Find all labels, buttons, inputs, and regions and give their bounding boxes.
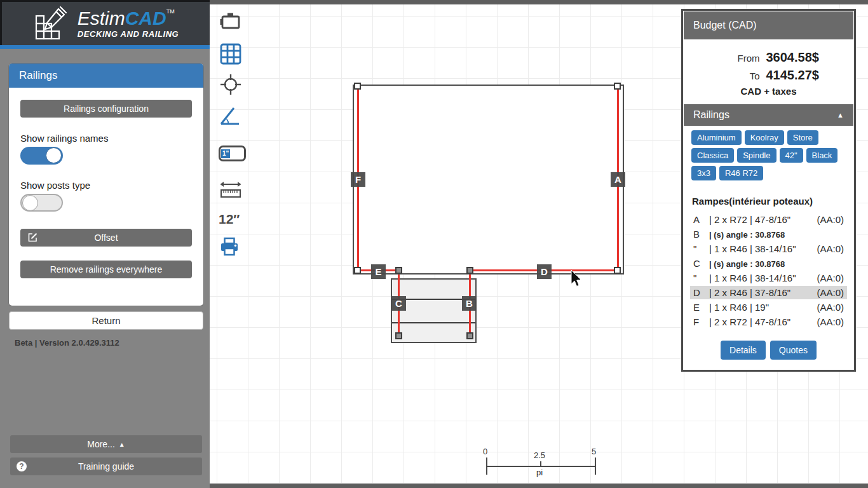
railings-panel: Railings Railings configuration Show rai… (9, 64, 203, 306)
toggle-knob (22, 195, 38, 211)
show-railings-names-toggle[interactable] (20, 147, 63, 165)
corner-post[interactable] (614, 267, 621, 274)
scale-bar-tick (486, 458, 487, 475)
bottom-scrollbar[interactable] (210, 484, 868, 488)
railing-label-E[interactable]: E (371, 264, 386, 279)
railing-row[interactable]: B | (s) angle : 30.8768 (690, 227, 847, 241)
more-button[interactable]: More... ▲ (10, 435, 202, 453)
edit-pencil-icon (27, 232, 38, 245)
corner-post[interactable] (354, 83, 361, 90)
from-value: 3604.58$ (766, 50, 836, 65)
budget-panel: Budget (CAD) From 3604.58$ To 4145.27$ C… (681, 9, 856, 372)
railing-row-spec: | 2 x R72 | 47-8/16" (709, 316, 817, 327)
collapse-arrow-icon: ▲ (837, 111, 844, 119)
railing-label-B[interactable]: B (462, 296, 477, 311)
railing-row-letter: E (693, 302, 709, 313)
show-railings-names-label: Show railings names (20, 133, 192, 144)
version-label: Beta | Version 2.0.429.3112 (15, 338, 201, 348)
railing-label-F[interactable]: F (351, 172, 365, 187)
railings-panel-title: Railings (9, 64, 203, 88)
railing-row-spec: | 2 x R72 | 47-8/16" (709, 214, 817, 225)
railing-list: A | 2 x R72 | 47-8/16" (AA:0) B | (s) an… (684, 213, 853, 329)
app-window: EstimCADTM DECKING AND RAILING Railings … (0, 0, 868, 488)
filter-tag[interactable]: 42" (780, 148, 803, 163)
stairs[interactable] (391, 278, 477, 343)
filter-tag[interactable]: Aluminium (691, 130, 742, 145)
details-button[interactable]: Details (721, 341, 766, 360)
railing-row-aa: (AA:0) (817, 316, 844, 327)
budget-title: Budget (CAD) (684, 11, 853, 39)
grid-icon (219, 42, 243, 66)
scale-bar-end-label: 5 (592, 447, 596, 456)
filter-tag[interactable]: Koolray (745, 130, 784, 145)
print-button[interactable] (219, 236, 249, 258)
railing-row-aa: (AA:0) (817, 214, 844, 225)
railings-section-header[interactable]: Railings ▲ (684, 104, 853, 126)
filter-tag[interactable]: Black (806, 148, 838, 163)
stair-post[interactable] (466, 267, 473, 274)
railing-row[interactable]: A | 2 x R72 | 47-8/16" (AA:0) (690, 213, 847, 226)
quotes-button[interactable]: Quotes (770, 341, 817, 360)
scale-bar-midtick (540, 461, 541, 466)
railing-row[interactable]: F | 2 x R72 | 47-8/16" (AA:0) (690, 315, 847, 329)
filter-tag[interactable]: Store (787, 130, 818, 145)
brand-accent-bar (0, 45, 210, 49)
help-icon: ? (17, 461, 27, 471)
filter-tag[interactable]: 3x3 (691, 166, 716, 180)
railing-tags: AluminiumKoolrayStoreClassicaSpindle42"B… (684, 126, 853, 186)
offset-button[interactable]: Offset (20, 229, 192, 247)
railing-row-aa: (AA:0) (817, 302, 844, 313)
railing-label-C[interactable]: C (391, 296, 406, 311)
measure-tool-button[interactable] (219, 180, 249, 200)
scale-badge: 1" (219, 146, 246, 161)
railing-label-D[interactable]: D (537, 264, 552, 279)
collapse-arrow-icon: ▲ (119, 441, 125, 448)
filter-tag[interactable]: Spindle (737, 148, 776, 163)
stair-post[interactable] (395, 332, 402, 339)
crosshair-tool-button[interactable] (219, 72, 249, 97)
sidebar: EstimCADTM DECKING AND RAILING Railings … (0, 0, 210, 488)
railing-row-aa: (AA:0) (817, 273, 844, 283)
to-value: 4145.27$ (766, 68, 836, 83)
remove-railings-button[interactable]: Remove railings everywhere (20, 261, 192, 278)
stair-post[interactable] (395, 267, 402, 274)
return-button[interactable]: Return (9, 311, 203, 330)
filter-tag[interactable]: R46 R72 (719, 166, 763, 180)
app-subtitle: DECKING AND RAILING (78, 30, 179, 38)
deck-outline[interactable] (353, 85, 624, 274)
logo-grid-pencil-icon (33, 5, 72, 42)
railing-row-spec: | 1 x R46 | 38-14/16" (709, 273, 817, 283)
railing-row[interactable]: D | 2 x R46 | 37-8/16" (AA:0) (690, 286, 847, 299)
angle-icon (219, 105, 241, 127)
top-scrollbar[interactable] (210, 0, 868, 4)
angle-tool-button[interactable] (219, 105, 249, 127)
corner-post[interactable] (354, 267, 361, 274)
grid-tool-button[interactable] (219, 42, 249, 66)
deck-tool-button[interactable] (219, 11, 249, 32)
filter-tag[interactable]: Classica (691, 148, 734, 163)
app-title: EstimCADTM (78, 9, 179, 28)
railing-row[interactable]: " | 1 x R46 | 38-14/16" (AA:0) (690, 271, 847, 285)
railing-label-A[interactable]: A (611, 172, 625, 187)
toggle-knob (46, 147, 62, 163)
corner-post[interactable] (614, 83, 621, 90)
budget-amounts: From 3604.58$ To 4145.27$ CAD + taxes (684, 39, 853, 104)
show-posts-type-toggle[interactable] (20, 194, 63, 212)
mouse-cursor (569, 269, 583, 288)
railings-configuration-button[interactable]: Railings configuration (20, 100, 192, 118)
scale-bar-tick (595, 458, 596, 475)
railing-row[interactable]: C | (s) angle : 30.8768 (690, 257, 847, 270)
twelve-inch-button[interactable]: 12″ (219, 212, 249, 227)
print-icon (219, 236, 240, 258)
railing-row-letter: C (693, 258, 709, 269)
scale-input[interactable]: 1" (219, 146, 249, 161)
from-label: From (702, 53, 760, 64)
railing-row[interactable]: E | 1 x R46 | 19" (AA:0) (690, 301, 847, 314)
training-guide-button[interactable]: ? Training guide (10, 458, 202, 475)
railing-row-letter: " (693, 243, 709, 254)
rampes-list-title: Rampes(intérieur poteaux) (684, 186, 853, 213)
stair-post[interactable] (466, 332, 473, 339)
railing-row-spec: | 1 x R46 | 19" (709, 302, 817, 313)
railing-row[interactable]: " | 1 x R46 | 38-14/16" (AA:0) (690, 242, 847, 255)
railing-row-spec: | (s) angle : 30.8768 (709, 259, 844, 269)
